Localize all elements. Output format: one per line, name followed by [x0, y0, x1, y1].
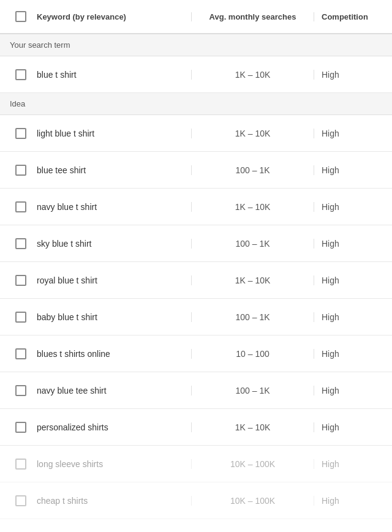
- checkbox-cell-1-3[interactable]: [5, 238, 37, 249]
- table-row: blue tee shirt100 – 1KHigh: [0, 152, 392, 189]
- row-checkbox-1-1[interactable]: [15, 165, 26, 176]
- competition-cell: High: [314, 70, 387, 80]
- table-row: personalized shirts1K – 10KHigh: [0, 409, 392, 446]
- row-checkbox-1-9[interactable]: [15, 459, 26, 470]
- keyword-cell: navy blue tee shirt: [37, 386, 191, 395]
- avg-monthly-cell: 1K – 10K: [191, 422, 314, 432]
- keyword-cell: long sleeve shirts: [37, 459, 191, 469]
- competition-cell: High: [314, 349, 387, 359]
- competition-cell: High: [314, 275, 387, 285]
- keyword-cell: blues t shirts online: [37, 349, 191, 359]
- avg-monthly-cell: 10 – 100: [191, 349, 314, 359]
- row-checkbox-1-10[interactable]: [15, 495, 26, 506]
- avg-monthly-cell: 1K – 10K: [191, 70, 314, 80]
- row-checkbox-1-6[interactable]: [15, 348, 26, 359]
- competition-cell: High: [314, 496, 387, 506]
- table-row: long sleeve shirts10K – 100KHigh: [0, 446, 392, 482]
- checkbox-cell-1-10[interactable]: [5, 495, 37, 506]
- section-label-0: Your search term: [0, 34, 392, 56]
- table-row: blue t shirt1K – 10KHigh: [0, 56, 392, 93]
- avg-monthly-cell: 100 – 1K: [191, 386, 314, 395]
- competition-cell: High: [314, 459, 387, 469]
- header-checkbox-cell[interactable]: [5, 11, 37, 22]
- competition-cell: High: [314, 239, 387, 249]
- checkbox-cell-1-2[interactable]: [5, 201, 37, 212]
- table-row: cheap t shirts10K – 100KHigh: [0, 482, 392, 519]
- row-checkbox-1-4[interactable]: [15, 275, 26, 286]
- table-row: light blue t shirt1K – 10KHigh: [0, 115, 392, 152]
- table-header: Keyword (by relevance) Avg. monthly sear…: [0, 0, 392, 34]
- checkbox-cell-1-9[interactable]: [5, 459, 37, 470]
- avg-monthly-cell: 10K – 100K: [191, 459, 314, 469]
- checkbox-cell-1-0[interactable]: [5, 128, 37, 139]
- avg-monthly-cell: 100 – 1K: [191, 239, 314, 249]
- row-checkbox-1-3[interactable]: [15, 238, 26, 249]
- checkbox-cell-1-4[interactable]: [5, 275, 37, 286]
- avg-monthly-cell: 10K – 100K: [191, 496, 314, 506]
- competition-cell: High: [314, 312, 387, 322]
- avg-monthly-cell: 1K – 10K: [191, 202, 314, 212]
- checkbox-cell-1-5[interactable]: [5, 312, 37, 323]
- keyword-cell: personalized shirts: [37, 422, 191, 432]
- checkbox-cell-1-7[interactable]: [5, 385, 37, 396]
- keyword-table: Keyword (by relevance) Avg. monthly sear…: [0, 0, 392, 519]
- row-checkbox-1-8[interactable]: [15, 422, 26, 433]
- row-checkbox-1-0[interactable]: [15, 128, 26, 139]
- keyword-cell: cheap t shirts: [37, 496, 191, 506]
- keyword-cell: royal blue t shirt: [37, 275, 191, 285]
- row-checkbox-1-7[interactable]: [15, 385, 26, 396]
- avg-monthly-cell: 1K – 10K: [191, 275, 314, 285]
- competition-cell: High: [314, 129, 387, 138]
- avg-column-header: Avg. monthly searches: [191, 12, 314, 21]
- checkbox-cell-1-8[interactable]: [5, 422, 37, 433]
- competition-cell: High: [314, 202, 387, 212]
- checkbox-cell-0-0[interactable]: [5, 69, 37, 80]
- sections-container: Your search termblue t shirt1K – 10KHigh…: [0, 34, 392, 519]
- competition-cell: High: [314, 165, 387, 175]
- table-row: baby blue t shirt100 – 1KHigh: [0, 299, 392, 335]
- keyword-cell: light blue t shirt: [37, 129, 191, 138]
- section-label-1: Idea: [0, 93, 392, 115]
- select-all-checkbox[interactable]: [15, 11, 26, 22]
- competition-cell: High: [314, 422, 387, 432]
- keyword-cell: navy blue t shirt: [37, 202, 191, 212]
- competition-cell: High: [314, 386, 387, 395]
- row-checkbox-1-5[interactable]: [15, 312, 26, 323]
- checkbox-cell-1-6[interactable]: [5, 348, 37, 359]
- table-row: royal blue t shirt1K – 10KHigh: [0, 262, 392, 299]
- keyword-cell: sky blue t shirt: [37, 239, 191, 249]
- row-checkbox-0-0[interactable]: [15, 69, 26, 80]
- competition-column-header: Competition: [314, 12, 387, 21]
- keyword-cell: blue t shirt: [37, 70, 191, 80]
- table-row: navy blue tee shirt100 – 1KHigh: [0, 372, 392, 409]
- table-row: blues t shirts online10 – 100High: [0, 335, 392, 372]
- avg-monthly-cell: 1K – 10K: [191, 129, 314, 138]
- avg-monthly-cell: 100 – 1K: [191, 165, 314, 175]
- row-checkbox-1-2[interactable]: [15, 201, 26, 212]
- checkbox-cell-1-1[interactable]: [5, 165, 37, 176]
- table-row: navy blue t shirt1K – 10KHigh: [0, 189, 392, 225]
- table-row: sky blue t shirt100 – 1KHigh: [0, 225, 392, 262]
- keyword-cell: baby blue t shirt: [37, 312, 191, 322]
- avg-monthly-cell: 100 – 1K: [191, 312, 314, 322]
- keyword-cell: blue tee shirt: [37, 165, 191, 175]
- keyword-column-header: Keyword (by relevance): [37, 12, 191, 21]
